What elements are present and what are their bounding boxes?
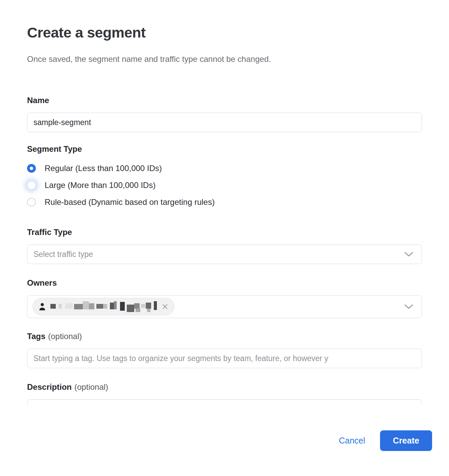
radio-button-icon[interactable] [27, 181, 36, 190]
redacted-owner-name [50, 300, 158, 313]
traffic-type-select[interactable]: Select traffic type [27, 244, 422, 264]
chevron-down-icon [404, 304, 413, 309]
description-field-clipped [27, 399, 422, 405]
dialog-subtitle: Once saved, the segment name and traffic… [27, 54, 422, 64]
traffic-type-label: Traffic Type [27, 228, 422, 237]
radio-option-label: Large (More than 100,000 IDs) [45, 181, 156, 190]
create-segment-dialog: Create a segment Once saved, the segment… [0, 24, 449, 451]
radio-option-large[interactable]: Large (More than 100,000 IDs) [27, 177, 422, 194]
dialog-footer: Cancel Create [27, 430, 432, 451]
page-title: Create a segment [27, 24, 422, 41]
tags-optional-text: (optional) [48, 332, 82, 341]
radio-option-label: Regular (Less than 100,000 IDs) [45, 164, 162, 173]
name-input[interactable] [27, 113, 422, 132]
description-label-text: Description [27, 382, 72, 391]
name-label: Name [27, 96, 422, 105]
radio-option-rule-based[interactable]: Rule-based (Dynamic based on targeting r… [27, 194, 422, 211]
radio-option-label: Rule-based (Dynamic based on targeting r… [45, 197, 215, 207]
tags-label: Tags(optional) [27, 332, 422, 341]
chip-remove-button[interactable] [162, 304, 168, 310]
tags-label-text: Tags [27, 332, 45, 341]
segment-type-label: Segment Type [27, 144, 422, 154]
owners-label: Owners [27, 278, 422, 288]
description-optional-text: (optional) [74, 382, 108, 391]
owner-chip[interactable] [32, 298, 174, 315]
owners-select[interactable] [27, 295, 422, 318]
description-textarea[interactable] [27, 399, 422, 405]
radio-option-regular[interactable]: Regular (Less than 100,000 IDs) [27, 160, 422, 177]
tags-input[interactable] [27, 349, 422, 368]
create-button[interactable]: Create [380, 430, 432, 451]
traffic-type-placeholder: Select traffic type [33, 250, 93, 259]
radio-button-icon[interactable] [27, 198, 36, 207]
close-icon [162, 304, 168, 310]
cancel-button[interactable]: Cancel [339, 436, 365, 446]
chevron-down-icon [404, 252, 413, 257]
description-label: Description(optional) [27, 382, 422, 392]
radio-button-icon[interactable] [27, 164, 36, 173]
person-icon [38, 302, 46, 311]
segment-type-radio-group: Regular (Less than 100,000 IDs) Large (M… [27, 160, 422, 211]
